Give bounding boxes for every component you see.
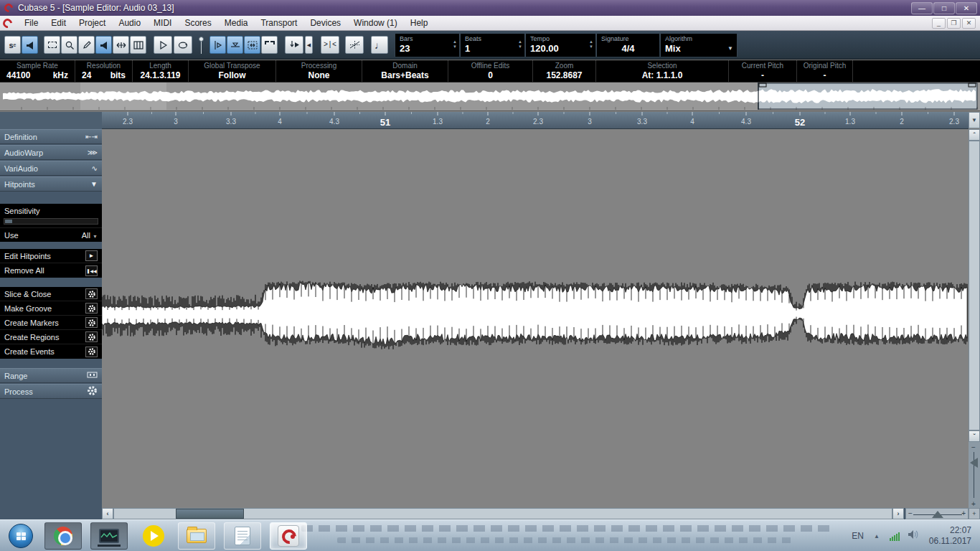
zoom-out-icon[interactable]: − — [908, 509, 913, 517]
scroll-right-button[interactable]: › — [892, 508, 904, 519]
beats-field[interactable]: Beats 1 ▲▼ — [460, 34, 524, 57]
info-domain[interactable]: DomainBars+Beats — [362, 60, 448, 82]
taskbar-chrome-button[interactable] — [44, 522, 82, 550]
scroll-up-button[interactable]: ˆ — [969, 129, 980, 141]
beats-spinner[interactable]: ▲▼ — [518, 39, 522, 50]
horizontal-zoom-thumb[interactable] — [932, 511, 943, 518]
language-indicator[interactable]: EN — [852, 531, 864, 541]
menu-file[interactable]: File — [18, 17, 44, 29]
waveform-display[interactable] — [102, 129, 969, 508]
play-circle-icon — [143, 525, 164, 547]
volume-icon[interactable] — [908, 529, 919, 543]
tempo-spinner[interactable]: ▲▼ — [589, 39, 593, 50]
tab-process[interactable]: Process — [0, 384, 102, 399]
horizontal-scroll-track[interactable] — [113, 508, 892, 519]
start-button[interactable] — [4, 522, 37, 550]
zoom-in-icon[interactable]: + — [971, 500, 976, 508]
taskbar-cubase-button[interactable] — [270, 522, 307, 550]
maximize-button[interactable]: □ — [933, 2, 955, 14]
tab-range[interactable]: Range — [0, 368, 102, 383]
audition-volume-slider[interactable] — [198, 37, 204, 54]
edit-hitpoints-button[interactable]: Edit Hitpoints ► — [0, 249, 102, 263]
audition-speaker-button[interactable] — [22, 36, 38, 54]
menu-project[interactable]: Project — [72, 17, 112, 29]
audition-play-button[interactable] — [154, 36, 172, 54]
taskbar-media-button[interactable] — [135, 522, 172, 550]
close-button[interactable]: ✕ — [956, 2, 977, 14]
menu-audio[interactable]: Audio — [112, 17, 147, 29]
create-regions-button[interactable]: Create Regions — [0, 330, 102, 344]
use-row[interactable]: Use All ▼ — [0, 227, 102, 242]
bars-field[interactable]: Bars 23 ▲▼ — [395, 34, 459, 57]
audition-loop-button[interactable] — [174, 36, 192, 54]
menu-media[interactable]: Media — [218, 17, 255, 29]
zoom-tool-button[interactable] — [61, 36, 77, 54]
autoscroll-options-arrow[interactable]: ◀ — [305, 36, 313, 54]
vertical-scrollbar[interactable]: ˆ ˇ − + — [969, 129, 980, 508]
menu-help[interactable]: Help — [404, 17, 435, 29]
signature-field[interactable]: Signature 4/4 — [596, 34, 659, 57]
scrub-tool-button[interactable] — [113, 36, 129, 54]
slice-close-button[interactable]: Slice & Close — [0, 287, 102, 301]
menu-devices[interactable]: Devices — [303, 17, 347, 29]
info-original-pitch: Original Pitch- — [797, 60, 853, 82]
grid-tool-button[interactable] — [130, 36, 146, 54]
create-events-button[interactable]: Create Events — [0, 344, 102, 359]
crossfade-button[interactable] — [345, 36, 364, 54]
zoom-out-icon[interactable]: − — [971, 443, 976, 451]
snap-zero-crossing-button[interactable] — [227, 36, 243, 54]
menu-midi[interactable]: MIDI — [147, 17, 178, 29]
horizontal-zoom-slider[interactable]: − + — [905, 508, 969, 519]
auto-select-events-button[interactable] — [244, 36, 260, 54]
volume-knob[interactable] — [199, 37, 204, 42]
tab-hitpoints[interactable]: Hitpoints ▼ — [0, 176, 102, 192]
ruler-options-button[interactable]: ▼ — [969, 112, 980, 128]
tab-definition[interactable]: Definition ⇤⇥ — [0, 129, 102, 144]
solo-editor-button[interactable]: se — [4, 36, 21, 54]
zoom-corner-button[interactable]: + — [969, 508, 980, 519]
minimize-button[interactable]: — — [911, 2, 933, 14]
scroll-left-button[interactable]: ‹ — [102, 508, 113, 519]
bars-spinner[interactable]: ▲▼ — [453, 39, 457, 50]
use-select[interactable]: All ▼ — [82, 231, 98, 240]
info-global-transpose[interactable]: Global TransposeFollow — [189, 60, 276, 82]
timeline-ruler[interactable]: 2.333.344.3511.322.333.344.3521.322.3 — [102, 112, 969, 129]
make-groove-button[interactable]: Make Groove — [0, 301, 102, 316]
vertical-scroll-track[interactable] — [969, 141, 980, 430]
taskbar-audio-app-button[interactable] — [90, 522, 128, 550]
child-restore-button[interactable]: ❐ — [947, 18, 961, 29]
draw-tool-button[interactable] — [78, 36, 95, 54]
play-tool-button[interactable] — [95, 36, 112, 54]
taskbar-explorer-button[interactable] — [178, 522, 215, 550]
info-processing[interactable]: ProcessingNone — [276, 60, 362, 82]
menu-edit[interactable]: Edit — [44, 17, 72, 29]
show-audio-event-button[interactable] — [209, 36, 226, 54]
autoscroll-button[interactable] — [285, 36, 303, 54]
scroll-down-button[interactable]: ˇ — [969, 430, 980, 442]
algorithm-select[interactable]: Algorithm Mix ▼ — [660, 34, 738, 57]
tempo-field[interactable]: Tempo 120.00 ▲▼ — [525, 34, 595, 57]
child-minimize-button[interactable]: _ — [932, 18, 946, 29]
create-markers-button[interactable]: Create Markers — [0, 316, 102, 330]
remove-all-button[interactable]: Remove All ❚◀◀ — [0, 263, 102, 278]
menu-scores[interactable]: Scores — [178, 17, 217, 29]
snap-button[interactable]: >|< — [321, 36, 339, 54]
taskbar-notepad-button[interactable] — [224, 522, 261, 550]
menu-window[interactable]: Window (1) — [347, 17, 404, 29]
vertical-zoom-thumb[interactable] — [970, 458, 978, 468]
range-selection-tool-button[interactable] — [44, 36, 60, 54]
quantize-note-button[interactable]: ♩ — [371, 36, 388, 54]
horizontal-scroll-thumb[interactable] — [176, 509, 244, 519]
sensitivity-slider[interactable] — [4, 218, 98, 225]
zoom-in-icon[interactable]: + — [961, 509, 966, 517]
tab-audiowarp[interactable]: AudioWarp ⋙ — [0, 145, 102, 160]
tray-clock[interactable]: 22:07 06.11.2017 — [929, 525, 971, 547]
show-hidden-icons-button[interactable]: ▲ — [874, 533, 880, 540]
network-signal-icon[interactable] — [890, 531, 900, 541]
menu-transport[interactable]: Transport — [254, 17, 303, 29]
vertical-zoom-slider[interactable]: − + — [969, 443, 980, 508]
show-regions-button[interactable] — [261, 36, 278, 54]
overview-strip[interactable] — [0, 83, 980, 111]
child-close-button[interactable]: ✕ — [962, 18, 976, 29]
tab-variaudio[interactable]: VariAudio ∿ — [0, 161, 102, 176]
